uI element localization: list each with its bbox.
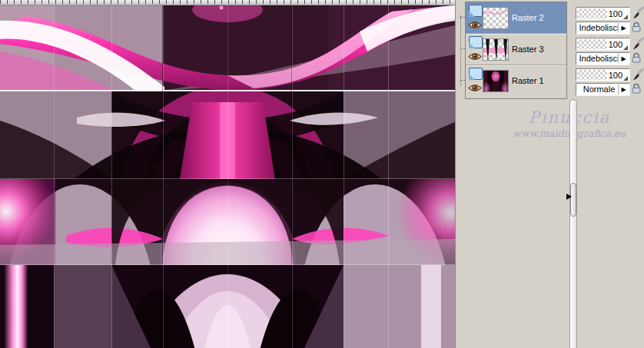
watermark-site: www.maidiregrafica.eu xyxy=(485,128,644,139)
layer-row-raster1[interactable]: Raster 1 xyxy=(466,65,566,97)
dropdown-arrow-icon[interactable]: ▶ xyxy=(618,85,629,94)
layer-thumbnail[interactable] xyxy=(483,7,509,29)
canvas-area[interactable] xyxy=(0,0,455,348)
layer-thumbnail[interactable] xyxy=(483,70,509,92)
layer-row-raster3[interactable]: Raster 3 xyxy=(466,34,566,65)
layers-panel: Raster 2 Raster 3 xyxy=(455,0,644,348)
layer-row-raster2[interactable]: Raster 2 xyxy=(466,2,566,34)
blend-mode-dropdown[interactable]: Normale ▶ xyxy=(576,83,630,96)
brush-icon[interactable] xyxy=(631,6,644,20)
opacity-value: 100 xyxy=(609,9,622,18)
canvas-artwork[interactable] xyxy=(0,5,455,348)
layer-page-icon xyxy=(469,36,483,48)
lock-icon[interactable] xyxy=(630,52,642,63)
horizontal-ruler xyxy=(0,0,455,5)
layer-thumbnail[interactable] xyxy=(483,38,509,61)
mouse-cursor xyxy=(566,194,572,200)
layer-controls-raster3: 100 Indebolisci ▶ xyxy=(576,38,630,65)
lock-icon[interactable] xyxy=(630,22,642,32)
lock-icon[interactable] xyxy=(630,83,642,94)
watermark-name: Pinuccia xyxy=(485,108,644,127)
layer-page-icon xyxy=(469,68,483,80)
dropdown-arrow-icon[interactable]: ▶ xyxy=(618,23,629,33)
opacity-slider[interactable]: 100 xyxy=(576,38,630,51)
panel-splitter[interactable] xyxy=(569,99,577,348)
opacity-checker xyxy=(577,8,607,18)
blend-mode-dropdown[interactable]: Indebolisci ▶ xyxy=(576,22,630,35)
eye-icon xyxy=(468,83,482,93)
layer-link-column xyxy=(460,15,461,86)
watermark: Pinuccia www.maidiregrafica.eu xyxy=(485,108,644,139)
dropdown-arrow-icon[interactable]: ▶ xyxy=(618,54,629,64)
opacity-slider-thumb[interactable] xyxy=(623,45,628,50)
layer-page-icon xyxy=(469,5,483,17)
opacity-value: 100 xyxy=(609,71,622,80)
layer-controls-raster1: 100 Normale ▶ xyxy=(576,68,630,96)
blend-mode-dropdown[interactable]: Indebolisci ▶ xyxy=(576,52,630,65)
layer-controls-raster2: 100 Indebolisci ▶ xyxy=(576,7,630,35)
brush-icon[interactable] xyxy=(631,37,644,51)
splitter-handle[interactable] xyxy=(570,183,576,217)
eye-icon xyxy=(468,20,482,30)
layer-name: Raster 3 xyxy=(512,45,544,54)
visibility-toggle[interactable] xyxy=(468,51,482,61)
opacity-slider[interactable]: 100 xyxy=(576,68,630,81)
opacity-slider-thumb[interactable] xyxy=(623,76,628,81)
layer-list: Raster 2 Raster 3 xyxy=(465,2,567,99)
opacity-value: 100 xyxy=(609,40,622,49)
visibility-toggle[interactable] xyxy=(468,82,482,92)
layer-name: Raster 1 xyxy=(512,76,544,85)
visibility-toggle[interactable] xyxy=(468,19,482,29)
opacity-slider[interactable]: 100 xyxy=(576,7,630,20)
blend-mode-value: Normale xyxy=(583,84,623,94)
opacity-checker xyxy=(577,70,607,80)
brush-icon[interactable] xyxy=(631,68,644,81)
layer-name: Raster 2 xyxy=(512,13,544,22)
opacity-checker xyxy=(577,39,607,49)
opacity-slider-thumb[interactable] xyxy=(623,15,628,19)
eye-icon xyxy=(468,51,482,61)
